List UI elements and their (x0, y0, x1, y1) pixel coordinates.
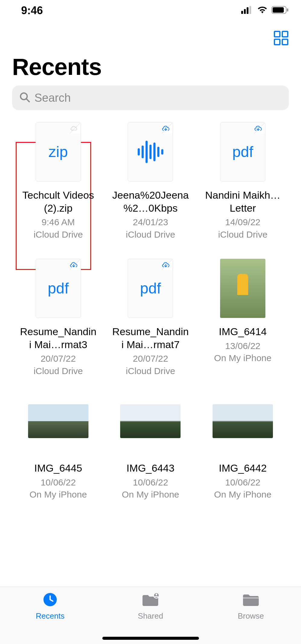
cloud-download-icon (254, 125, 263, 133)
file-date: 9:46 AM (42, 216, 75, 229)
file-thumbnail: zip (36, 122, 81, 181)
status-bar: 9:46 (0, 0, 301, 21)
svg-rect-10 (282, 39, 288, 45)
file-name: Resume_Nandini Mai…rmat7 (111, 325, 190, 351)
file-type-label: pdf (232, 143, 253, 161)
svg-rect-16 (243, 598, 259, 598)
svg-rect-0 (241, 11, 243, 14)
tab-bar: Recents Shared Browse (0, 587, 301, 644)
wifi-icon (257, 6, 268, 15)
svg-rect-8 (282, 31, 288, 37)
search-input[interactable] (34, 91, 282, 104)
svg-rect-5 (273, 7, 284, 13)
photo-thumbnail (120, 404, 181, 438)
cloud-download-icon (161, 261, 170, 269)
file-item[interactable]: IMG_6445 10/06/22 On My iPhone (12, 395, 104, 501)
file-name: IMG_6443 (126, 462, 175, 475)
file-date: 10/06/22 (133, 476, 168, 489)
file-date: 14/09/22 (225, 216, 261, 229)
file-name: Techcult Videos (2).zip (19, 189, 98, 214)
file-type-label: pdf (48, 280, 69, 297)
tab-label: Browse (238, 611, 264, 621)
file-name: Jeena%20Jeena%2…0Kbps (111, 189, 190, 214)
audio-waveform-icon (138, 141, 163, 163)
file-name: IMG_6445 (34, 462, 82, 475)
file-thumbnail: pdf (36, 259, 81, 318)
photo-thumbnail (220, 259, 265, 318)
tab-shared[interactable]: Shared (120, 592, 181, 621)
status-icons (241, 6, 289, 15)
file-item[interactable]: IMG_6414 13/06/22 On My iPhone (197, 259, 289, 377)
file-date: 20/07/22 (40, 353, 76, 365)
file-location: On My iPhone (30, 489, 87, 501)
search-icon (19, 92, 30, 104)
file-name: IMG_6442 (219, 462, 267, 475)
file-location: iCloud Drive (34, 229, 83, 241)
tab-recents[interactable]: Recents (20, 592, 80, 621)
file-thumbnail: pdf (128, 259, 173, 318)
tab-browse[interactable]: Browse (221, 592, 281, 621)
cloud-download-icon (161, 125, 170, 133)
file-item[interactable]: IMG_6442 10/06/22 On My iPhone (197, 395, 289, 501)
home-indicator[interactable] (102, 637, 199, 640)
file-location: On My iPhone (122, 489, 179, 501)
file-type-label: pdf (140, 280, 161, 297)
folder-icon (242, 592, 260, 609)
photo-thumbnail (28, 404, 88, 438)
file-item[interactable]: pdf Nandini Maikh…Letter 14/09/22 iCloud… (197, 122, 289, 241)
svg-rect-1 (244, 9, 246, 14)
svg-rect-2 (247, 7, 248, 14)
file-thumbnail (128, 122, 173, 181)
file-date: 13/06/22 (225, 340, 261, 352)
page-title: Recents (0, 47, 301, 85)
svg-rect-6 (287, 8, 288, 11)
file-date: 10/06/22 (40, 476, 76, 489)
file-item[interactable]: Jeena%20Jeena%2…0Kbps 24/01/23 iCloud Dr… (104, 122, 197, 241)
cloud-dashed-icon (70, 125, 78, 132)
svg-rect-7 (274, 31, 280, 37)
file-name: IMG_6414 (219, 325, 267, 338)
shared-folder-icon (141, 592, 159, 609)
svg-rect-3 (249, 6, 251, 14)
file-date: 24/01/23 (133, 216, 168, 229)
tab-label: Recents (36, 611, 64, 621)
cellular-icon (241, 6, 253, 15)
file-item[interactable]: pdf Resume_Nandini Mai…rmat3 20/07/22 iC… (12, 259, 104, 377)
svg-line-12 (27, 99, 29, 102)
file-location: On My iPhone (214, 489, 271, 501)
photo-thumbnail (213, 404, 273, 438)
grid-view-button[interactable] (273, 30, 289, 47)
file-item[interactable]: zip Techcult Videos (2).zip 9:46 AM iClo… (12, 122, 104, 241)
status-time: 9:46 (21, 4, 43, 17)
file-item[interactable]: IMG_6443 10/06/22 On My iPhone (104, 395, 197, 501)
cloud-download-icon (69, 261, 78, 269)
files-grid: zip Techcult Videos (2).zip 9:46 AM iClo… (0, 122, 301, 501)
clock-icon (43, 592, 57, 609)
file-name: Resume_Nandini Mai…rmat3 (19, 325, 98, 351)
search-field[interactable] (12, 85, 289, 110)
file-location: iCloud Drive (218, 229, 267, 241)
file-date: 10/06/22 (225, 476, 261, 489)
battery-icon (271, 6, 289, 15)
file-location: iCloud Drive (126, 229, 175, 241)
file-type-label: zip (49, 143, 68, 161)
tab-label: Shared (138, 611, 163, 621)
file-location: On My iPhone (214, 352, 271, 364)
svg-point-15 (155, 594, 157, 595)
file-location: iCloud Drive (34, 365, 83, 377)
file-location: iCloud Drive (126, 365, 175, 377)
file-item[interactable]: pdf Resume_Nandini Mai…rmat7 20/07/22 iC… (104, 259, 197, 377)
svg-rect-9 (274, 39, 280, 45)
file-thumbnail: pdf (220, 122, 265, 181)
file-name: Nandini Maikh…Letter (203, 189, 282, 214)
file-date: 20/07/22 (133, 353, 168, 365)
